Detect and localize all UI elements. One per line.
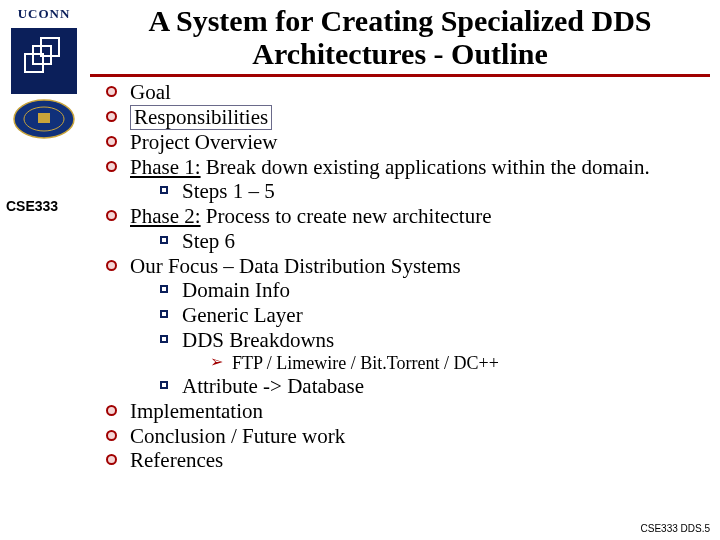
phase1-label: Phase 1: — [130, 155, 201, 179]
outline-item-references: References — [100, 448, 708, 473]
title-divider — [90, 74, 710, 77]
phase2-step: Step 6 — [158, 229, 708, 254]
phase2-step-label: Step 6 — [182, 229, 235, 253]
project-overview-label: Project Overview — [130, 130, 278, 154]
phase1-steps-label: Steps 1 – 5 — [182, 179, 275, 203]
outline-item-implementation: Implementation — [100, 399, 708, 424]
outline-item-focus: Our Focus – Data Distribution Systems Do… — [100, 254, 708, 399]
references-label: References — [130, 448, 223, 472]
title-line-2: Architectures - Outline — [252, 37, 548, 70]
responsibilities-label: Responsibilities — [130, 105, 272, 130]
focus-domain-info-label: Domain Info — [182, 278, 290, 302]
phase2-label: Phase 2: — [130, 204, 201, 228]
dept-seal-icon — [11, 98, 77, 140]
focus-dds-tools-label: FTP / Limewire / Bit.Torrent / DC++ — [232, 353, 499, 373]
outline-item-project-overview: Project Overview — [100, 130, 708, 155]
slide-title: A System for Creating Specialized DDS Ar… — [0, 0, 720, 72]
focus-generic-layer-label: Generic Layer — [182, 303, 303, 327]
title-line-1: A System for Creating Specialized DDS — [148, 4, 651, 37]
outline-item-responsibilities: Responsibilities — [100, 105, 708, 130]
outline-item-goal: Goal — [100, 80, 708, 105]
focus-attribute-db-label: Attribute -> Database — [182, 374, 364, 398]
outline-item-phase-2: Phase 2: Process to create new architect… — [100, 204, 708, 254]
implementation-label: Implementation — [130, 399, 263, 423]
slide-footer: CSE333 DDS.5 — [641, 523, 710, 534]
outline-item-phase-1: Phase 1: Break down existing application… — [100, 155, 708, 205]
phase1-steps: Steps 1 – 5 — [158, 179, 708, 204]
course-code: CSE333 — [6, 198, 58, 214]
focus-dds-breakdowns: DDS Breakdowns FTP / Limewire / Bit.Torr… — [158, 328, 708, 374]
focus-attribute-db: Attribute -> Database — [158, 374, 708, 399]
conclusion-label: Conclusion / Future work — [130, 424, 345, 448]
goal-label: Goal — [130, 80, 171, 104]
svg-rect-7 — [38, 113, 50, 123]
phase1-text: Break down existing applications within … — [201, 155, 650, 179]
outline-item-conclusion: Conclusion / Future work — [100, 424, 708, 449]
uconn-wordmark: UCONN — [8, 6, 80, 22]
focus-domain-info: Domain Info — [158, 278, 708, 303]
focus-generic-layer: Generic Layer — [158, 303, 708, 328]
outline-content: Goal Responsibilities Project Overview P… — [100, 80, 708, 473]
focus-dds-tools: FTP / Limewire / Bit.Torrent / DC++ — [210, 353, 708, 374]
phase2-text: Process to create new architecture — [201, 204, 492, 228]
sidebar: UCONN — [8, 6, 80, 142]
uconn-logo-icon — [11, 28, 77, 94]
focus-label: Our Focus – Data Distribution Systems — [130, 254, 461, 278]
focus-dds-breakdowns-label: DDS Breakdowns — [182, 328, 334, 352]
